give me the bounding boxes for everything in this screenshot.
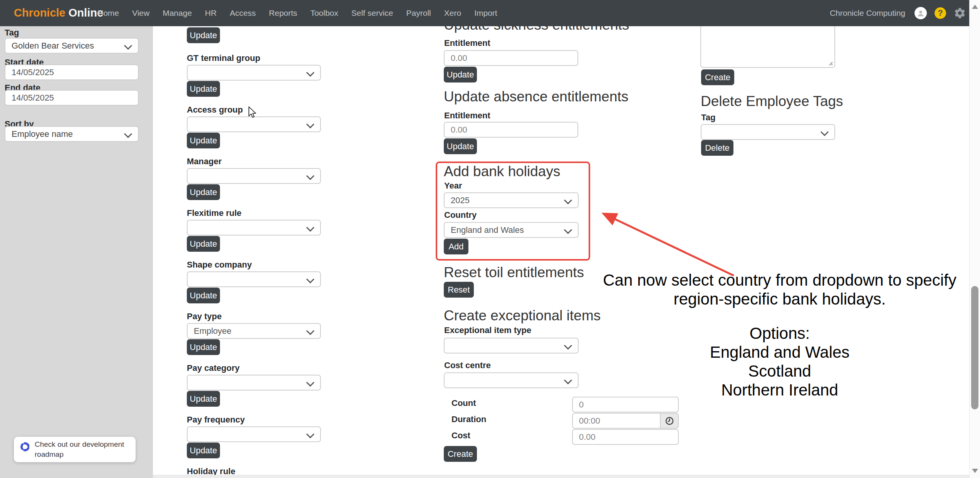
annotation-line: Can now select country from dropdown to … <box>587 271 972 289</box>
nav-item-reports[interactable]: Reports <box>269 8 297 18</box>
scrollbar-thumb[interactable] <box>971 286 978 409</box>
update-button[interactable]: Update <box>187 184 220 200</box>
input-value: 0.00 <box>451 53 467 63</box>
chevron-down-icon <box>564 196 572 204</box>
exceptional-item-type-select[interactable] <box>444 338 579 353</box>
nav-item-self-service[interactable]: Self service <box>351 8 393 18</box>
create-button[interactable]: Create <box>444 446 477 462</box>
reset-button[interactable]: Reset <box>444 282 474 298</box>
annotation-line: Northern Ireland <box>587 380 972 399</box>
nav-item-access[interactable]: Access <box>230 8 256 18</box>
person-icon <box>916 9 925 17</box>
flexitime-rule-select[interactable] <box>187 220 321 236</box>
field-label: Pay type <box>187 311 222 321</box>
chevron-down-icon <box>821 128 829 136</box>
time-picker-button[interactable] <box>661 413 679 429</box>
cost-input[interactable]: 0.00 <box>572 429 679 445</box>
start-date-input[interactable]: 14/05/2025 <box>5 64 139 80</box>
cost-centre-select[interactable] <box>444 372 579 388</box>
chevron-down-icon <box>306 120 314 128</box>
chevron-down-icon <box>306 327 314 335</box>
horizontal-scrollbar[interactable] <box>153 475 969 478</box>
update-button[interactable]: Update <box>444 138 477 154</box>
pay-category-select[interactable] <box>187 375 321 390</box>
nav-account-area: Chronicle Computing ? <box>830 0 966 26</box>
field-label: Cost <box>451 431 470 441</box>
field-label: GT terminal group <box>187 53 260 63</box>
field-label: Cost centre <box>444 360 491 370</box>
chevron-down-icon <box>306 172 314 180</box>
manager-select[interactable] <box>187 168 321 184</box>
country-select[interactable]: England and Wales <box>444 222 579 238</box>
section-heading: Delete Employee Tags <box>701 93 843 109</box>
pay-frequency-select[interactable] <box>187 426 321 442</box>
year-select[interactable]: 2025 <box>444 192 579 208</box>
nav-item-view[interactable]: View <box>132 8 149 18</box>
app-logo[interactable]: Chronicle Online <box>14 7 103 19</box>
vertical-scrollbar[interactable] <box>969 0 980 478</box>
update-button[interactable]: Update <box>444 67 477 82</box>
nav-item-import[interactable]: Import <box>474 8 497 18</box>
update-button[interactable]: Update <box>187 81 220 97</box>
field-label: Tag <box>701 113 715 123</box>
roadmap-banner[interactable]: Check out our development roadmap <box>14 437 136 462</box>
update-button[interactable]: Update <box>187 339 220 355</box>
field-label: Pay frequency <box>187 415 245 425</box>
update-button[interactable]: Update <box>187 27 220 43</box>
chevron-down-icon <box>124 130 132 138</box>
pay-type-select[interactable]: Employee <box>187 323 321 339</box>
scroll-down-icon[interactable] <box>972 469 978 473</box>
help-icon[interactable]: ? <box>935 7 946 19</box>
tag-filter-select[interactable]: Golden Bear Services <box>5 38 139 54</box>
roadmap-icon <box>20 442 30 452</box>
field-label: Pay category <box>187 363 240 373</box>
field-label: Year <box>444 181 462 191</box>
select-value: England and Wales <box>451 225 524 235</box>
shape-company-select[interactable] <box>187 271 321 287</box>
mouse-cursor-icon <box>248 106 258 119</box>
user-avatar[interactable] <box>915 7 927 19</box>
gear-icon[interactable] <box>954 7 966 19</box>
nav-item-home[interactable]: Home <box>97 8 119 18</box>
update-button[interactable]: Update <box>187 133 220 148</box>
field-label: Tag <box>5 28 19 38</box>
field-label: Entitlement <box>444 38 490 48</box>
nav-item-manage[interactable]: Manage <box>163 8 192 18</box>
select-value: Golden Bear Services <box>12 41 94 51</box>
input-value: 0 <box>579 400 584 410</box>
update-button[interactable]: Update <box>187 391 220 407</box>
input-value: 0.00 <box>579 432 596 442</box>
access-group-select[interactable] <box>187 116 321 132</box>
resize-handle-icon[interactable] <box>828 61 833 66</box>
add-button[interactable]: Add <box>444 239 468 254</box>
chevron-down-icon <box>564 376 572 384</box>
input-value: 14/05/2025 <box>12 67 54 77</box>
nav-item-hr[interactable]: HR <box>205 8 216 18</box>
field-label: Access group <box>187 105 243 115</box>
nav-item-xero[interactable]: Xero <box>444 8 461 18</box>
sickness-entitlement-input[interactable]: 0.00 <box>444 50 578 66</box>
delete-tag-select[interactable] <box>701 124 835 140</box>
annotation-line: region-specific bank holidays. <box>587 289 972 308</box>
update-button[interactable]: Update <box>187 443 220 458</box>
section-heading: Add bank holidays <box>444 163 560 180</box>
annotation-text: Can now select country from dropdown to … <box>587 271 972 308</box>
chevron-down-icon <box>306 430 314 438</box>
delete-button[interactable]: Delete <box>701 140 733 156</box>
end-date-input[interactable]: 14/05/2025 <box>5 90 139 106</box>
nav-item-toolbox[interactable]: Toolbox <box>310 8 338 18</box>
sort-by-select[interactable]: Employee name <box>5 126 139 142</box>
account-name: Chronicle Computing <box>830 8 905 18</box>
nav-item-payroll[interactable]: Payroll <box>406 8 431 18</box>
create-button[interactable]: Create <box>701 69 734 85</box>
annotation-line: Scotland <box>587 362 972 380</box>
duration-input[interactable]: 00:00 <box>572 413 661 429</box>
scroll-up-icon[interactable] <box>972 5 978 9</box>
annotation-options: Options: England and Wales Scotland Nort… <box>587 324 972 399</box>
update-button[interactable]: Update <box>187 288 220 303</box>
update-button[interactable]: Update <box>187 236 220 252</box>
input-value: 0.00 <box>451 125 467 135</box>
gt-terminal-group-select[interactable] <box>187 65 321 81</box>
annotation-line: Options: <box>587 324 972 343</box>
absence-entitlement-input[interactable]: 0.00 <box>444 122 578 138</box>
